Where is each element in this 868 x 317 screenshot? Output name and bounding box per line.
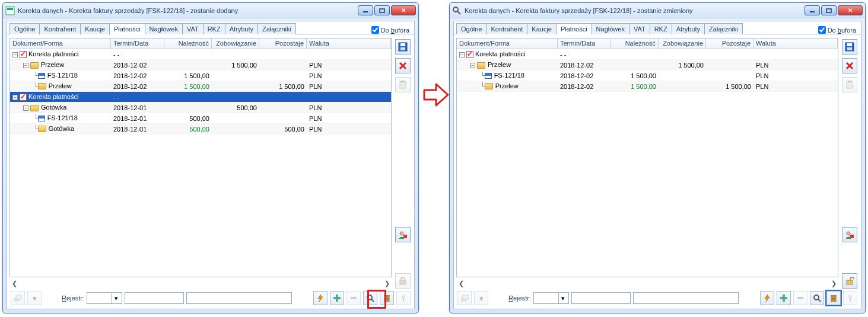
magnify-button[interactable] bbox=[363, 291, 377, 305]
table-row[interactable]: −Korekta płatności- - bbox=[10, 49, 391, 60]
table-row[interactable]: −Przelew2018-12-021 500,00PLN bbox=[457, 60, 838, 71]
maximize-button[interactable] bbox=[374, 5, 390, 15]
tab-załączniki[interactable]: Załączniki bbox=[704, 23, 743, 34]
tree-toggle-icon[interactable]: − bbox=[23, 105, 28, 111]
col-remains[interactable]: Pozostaje bbox=[706, 39, 753, 49]
filter-field-2[interactable] bbox=[633, 292, 739, 304]
tab-załączniki[interactable]: Załączniki bbox=[257, 23, 296, 34]
scroll-right-icon[interactable]: ❯ bbox=[829, 280, 838, 287]
tab-ogólne[interactable]: Ogólne bbox=[9, 23, 40, 34]
horizontal-scrollbar[interactable]: ❮ ❯ bbox=[456, 278, 838, 289]
tab-atrybuty[interactable]: Atrybuty bbox=[672, 23, 705, 34]
table-row[interactable]: −Korekta płatności- - bbox=[10, 92, 391, 103]
close-button[interactable]: ✕ bbox=[838, 5, 863, 15]
table-row[interactable]: └ Przelew2018-12-021 500,001 500,00PLN bbox=[457, 81, 838, 92]
tab-vat[interactable]: VAT bbox=[629, 23, 650, 34]
titlebar[interactable]: Korekta danych - Korekta faktury sprzeda… bbox=[450, 3, 865, 18]
scroll-right-icon[interactable]: ❯ bbox=[382, 280, 392, 287]
tab-płatności[interactable]: Płatności bbox=[556, 23, 592, 35]
table-row[interactable]: └ FS-121/182018-12-021 500,00PLN bbox=[457, 71, 838, 81]
plus-button[interactable] bbox=[330, 291, 344, 305]
col-receivable[interactable]: Należność bbox=[611, 39, 659, 49]
pin-button bbox=[396, 291, 411, 305]
tree-toggle-icon[interactable]: − bbox=[23, 63, 28, 68]
titlebar[interactable]: Korekta danych - Korekta faktury sprzeda… bbox=[3, 3, 418, 18]
table-row[interactable]: └ FS-121/182018-12-021 500,00PLN bbox=[10, 71, 391, 81]
grid-header[interactable]: Dokument/Forma Termin/Data Należność Zob… bbox=[457, 39, 838, 49]
rejestr-label: Rejestr: bbox=[508, 294, 531, 302]
tab-vat[interactable]: VAT bbox=[182, 23, 204, 34]
col-document[interactable]: Dokument/Forma bbox=[10, 39, 111, 49]
row-label: Korekta płatności bbox=[475, 50, 525, 57]
row-label: Gotówka bbox=[49, 125, 74, 132]
table-row[interactable]: −Korekta płatności- - bbox=[457, 49, 838, 60]
tree-toggle-icon[interactable]: − bbox=[459, 52, 465, 57]
table-row[interactable]: −Przelew2018-12-021 500,00PLN bbox=[10, 60, 391, 71]
tab-kaucje[interactable]: Kaucje bbox=[80, 23, 110, 34]
svg-point-26 bbox=[402, 295, 405, 299]
rejestr-combo[interactable]: ▾ bbox=[533, 292, 569, 304]
user-button[interactable] bbox=[395, 227, 411, 242]
buffer-checkbox[interactable] bbox=[818, 26, 826, 34]
tab-kontrahent[interactable]: Kontrahent bbox=[39, 23, 81, 34]
lock-open-button[interactable] bbox=[842, 273, 857, 289]
table-row[interactable]: └ Gotówka2018-12-01500,00500,00PLN bbox=[10, 124, 391, 135]
col-document[interactable]: Dokument/Forma bbox=[457, 39, 558, 49]
delete-button[interactable] bbox=[395, 58, 411, 73]
svg-point-54 bbox=[848, 295, 852, 299]
trash-button[interactable] bbox=[826, 291, 841, 305]
folder-icon bbox=[485, 83, 493, 89]
magnify-button[interactable] bbox=[810, 291, 824, 305]
tree-toggle-icon[interactable]: − bbox=[12, 52, 18, 57]
table-row[interactable]: └ FS-121/182018-12-01500,00PLN bbox=[10, 113, 391, 124]
scroll-left-icon[interactable]: ❮ bbox=[456, 280, 466, 287]
buffer-checkbox[interactable] bbox=[371, 26, 379, 34]
col-liability[interactable]: Zobowiązanie bbox=[659, 39, 706, 49]
close-button[interactable]: ✕ bbox=[391, 5, 416, 15]
table-row[interactable]: └ Przelew2018-12-021 500,001 500,00PLN bbox=[10, 81, 391, 92]
filter-field-2[interactable] bbox=[186, 292, 292, 304]
bolt-button[interactable] bbox=[760, 291, 774, 305]
tab-rkz[interactable]: RKZ bbox=[203, 23, 225, 34]
buffer-checkbox-wrap[interactable]: Do bufora bbox=[371, 26, 409, 34]
plus-button[interactable] bbox=[777, 291, 791, 305]
col-currency[interactable]: Waluta bbox=[753, 39, 838, 49]
tab-rkz[interactable]: RKZ bbox=[650, 23, 672, 34]
minimize-button[interactable] bbox=[358, 5, 373, 15]
row-label: FS-121/18 bbox=[47, 114, 78, 121]
scroll-left-icon[interactable]: ❮ bbox=[9, 280, 19, 287]
tree-toggle-icon[interactable]: − bbox=[470, 63, 475, 68]
payments-grid[interactable]: Dokument/Forma Termin/Data Należność Zob… bbox=[456, 38, 838, 277]
tab-nagłówek[interactable]: Nagłówek bbox=[592, 23, 629, 34]
trash-button[interactable] bbox=[380, 291, 394, 305]
maximize-button[interactable] bbox=[821, 5, 837, 15]
col-liability[interactable]: Zobowiązanie bbox=[212, 39, 259, 49]
tree-toggle-icon[interactable]: − bbox=[12, 95, 18, 100]
tab-atrybuty[interactable]: Atrybuty bbox=[225, 23, 258, 34]
col-remains[interactable]: Pozostaje bbox=[259, 39, 307, 49]
tab-kontrahent[interactable]: Kontrahent bbox=[486, 23, 527, 34]
tab-płatności[interactable]: Płatności bbox=[109, 23, 145, 35]
tab-ogólne[interactable]: Ogólne bbox=[456, 23, 487, 34]
col-date[interactable]: Termin/Data bbox=[111, 39, 164, 49]
user-button[interactable] bbox=[842, 227, 857, 242]
horizontal-scrollbar[interactable]: ❮ ❯ bbox=[9, 278, 392, 289]
bolt-button[interactable] bbox=[313, 291, 328, 305]
buffer-checkbox-wrap[interactable]: Do bufora bbox=[818, 26, 856, 34]
minimize-button[interactable] bbox=[805, 5, 820, 15]
save-button[interactable] bbox=[395, 39, 411, 55]
col-date[interactable]: Termin/Data bbox=[558, 39, 611, 49]
filter-field-1[interactable] bbox=[125, 292, 184, 304]
tab-nagłówek[interactable]: Nagłówek bbox=[145, 23, 183, 34]
save-button[interactable] bbox=[842, 39, 857, 55]
tab-kaucje[interactable]: Kaucje bbox=[527, 23, 557, 34]
svg-rect-2 bbox=[363, 11, 368, 12]
payments-grid[interactable]: Dokument/Forma Termin/Data Należność Zob… bbox=[9, 38, 392, 277]
col-currency[interactable]: Waluta bbox=[307, 39, 391, 49]
grid-header[interactable]: Dokument/Forma Termin/Data Należność Zob… bbox=[10, 39, 391, 49]
rejestr-combo[interactable]: ▾ bbox=[87, 292, 122, 304]
filter-field-1[interactable] bbox=[571, 292, 631, 304]
delete-button[interactable] bbox=[842, 58, 857, 73]
table-row[interactable]: −Gotówka2018-12-01500,00PLN bbox=[10, 103, 391, 113]
col-receivable[interactable]: Należność bbox=[164, 39, 212, 49]
